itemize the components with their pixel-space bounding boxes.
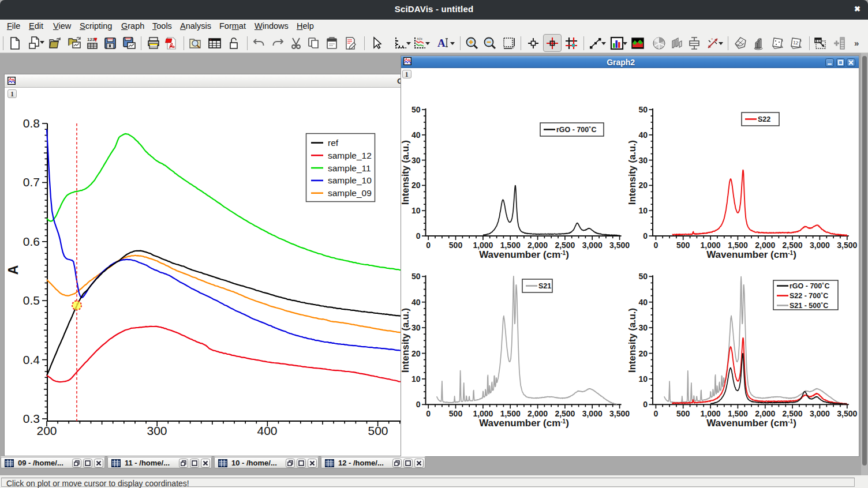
svg-text:sample_09: sample_09	[328, 188, 372, 198]
svg-text:Intensity (a.u.): Intensity (a.u.)	[627, 140, 637, 205]
svg-text:+/=: +/=	[417, 37, 422, 41]
svg-text:40: 40	[411, 298, 421, 307]
svg-text:0: 0	[643, 231, 648, 241]
svg-text:1,500: 1,500	[500, 241, 521, 250]
svg-text:0.3: 0.3	[23, 412, 40, 425]
svg-text:sample_12: sample_12	[328, 151, 372, 160]
svg-text:1,000: 1,000	[701, 409, 721, 418]
svg-text:3,000: 3,000	[582, 241, 603, 250]
svg-text:Intensity (a.u.): Intensity (a.u.)	[627, 308, 637, 373]
svg-text:1,500: 1,500	[728, 409, 748, 418]
svg-text:0: 0	[643, 400, 648, 409]
svg-text:S21 - 500˚C: S21 - 500˚C	[790, 302, 828, 310]
svg-text:Wavenumber (cm-1): Wavenumber (cm-1)	[706, 418, 796, 429]
svg-text:3,500: 3,500	[609, 241, 630, 250]
svg-text:10: 10	[411, 206, 421, 215]
svg-text:S21: S21	[538, 282, 551, 290]
svg-text:12: 12	[792, 40, 799, 46]
svg-text:Wavenumber (cm-1): Wavenumber (cm-1)	[706, 249, 796, 260]
svg-text:ref: ref	[328, 138, 339, 148]
svg-text:500: 500	[368, 424, 388, 437]
svg-text:30: 30	[638, 323, 648, 332]
svg-text:2,000: 2,000	[755, 409, 775, 418]
svg-text:0: 0	[654, 409, 659, 418]
svg-text:2,000: 2,000	[755, 241, 775, 250]
svg-text:2,500: 2,500	[555, 409, 575, 418]
svg-text:2,500: 2,500	[783, 241, 803, 250]
svg-text:S22 - 700˚C: S22 - 700˚C	[790, 292, 828, 300]
svg-text:30: 30	[411, 156, 421, 165]
svg-text:3,500: 3,500	[837, 241, 857, 250]
svg-text:Wavenumber (cm-1): Wavenumber (cm-1)	[479, 249, 569, 260]
svg-text:A: A	[437, 37, 446, 49]
svg-text:0.7: 0.7	[23, 175, 40, 189]
svg-text:400: 400	[257, 424, 277, 437]
svg-text:1,500: 1,500	[500, 409, 521, 418]
svg-text:S22: S22	[758, 115, 770, 123]
svg-text:50: 50	[411, 272, 421, 281]
svg-text:2,000: 2,000	[527, 241, 548, 250]
svg-text:50: 50	[411, 105, 421, 114]
svg-text:rGO - 700˚C: rGO - 700˚C	[556, 126, 596, 134]
svg-text:+: +	[711, 37, 713, 40]
svg-text:3,500: 3,500	[837, 409, 857, 418]
svg-text:200: 200	[36, 424, 57, 437]
svg-text:2,000: 2,000	[527, 409, 548, 418]
svg-text:500: 500	[449, 409, 463, 418]
svg-text:3,000: 3,000	[582, 409, 603, 418]
svg-text:sample_10: sample_10	[328, 175, 372, 185]
svg-text:1,000: 1,000	[473, 241, 493, 250]
svg-text:Intensity (a.u.): Intensity (a.u.)	[401, 140, 410, 205]
svg-text:500: 500	[676, 241, 690, 250]
svg-text:0.5: 0.5	[23, 294, 40, 307]
svg-text:Intensity (a.u.): Intensity (a.u.)	[401, 308, 410, 373]
svg-text:40: 40	[638, 298, 648, 307]
svg-text:40: 40	[638, 130, 648, 140]
svg-text:0.4: 0.4	[23, 353, 40, 366]
svg-text:A: A	[6, 265, 21, 275]
svg-text:3,000: 3,000	[810, 409, 830, 418]
svg-text:Wavenumber (cm-1): Wavenumber (cm-1)	[479, 418, 569, 429]
svg-text:500: 500	[676, 409, 690, 418]
svg-text:0.8: 0.8	[23, 117, 40, 130]
svg-text:10: 10	[638, 374, 648, 384]
svg-text:123: 123	[87, 37, 95, 42]
svg-text:20: 20	[638, 181, 648, 190]
svg-text:3,500: 3,500	[609, 409, 630, 418]
svg-text:0: 0	[416, 400, 421, 409]
svg-text:0: 0	[426, 241, 431, 250]
svg-text:40: 40	[411, 130, 421, 140]
svg-text:50: 50	[638, 105, 648, 114]
svg-text:0: 0	[416, 231, 421, 241]
svg-text:0: 0	[426, 409, 431, 418]
svg-text:10: 10	[411, 374, 421, 384]
svg-text:10: 10	[638, 206, 648, 215]
svg-text:20: 20	[411, 349, 421, 358]
svg-text:1,500: 1,500	[728, 241, 748, 250]
svg-text:0.6: 0.6	[23, 235, 40, 248]
svg-text:300: 300	[147, 424, 167, 437]
svg-text:0: 0	[654, 241, 659, 250]
svg-text:20: 20	[638, 349, 648, 358]
svg-text:1,000: 1,000	[473, 409, 493, 418]
svg-text:rGO - 700˚C: rGO - 700˚C	[790, 282, 829, 290]
svg-text:30: 30	[411, 323, 421, 332]
svg-text:2,500: 2,500	[783, 409, 803, 418]
svg-text:500: 500	[449, 241, 463, 250]
svg-text:30: 30	[638, 156, 648, 165]
svg-text:1,000: 1,000	[701, 241, 721, 250]
svg-text:sample_11: sample_11	[328, 163, 371, 173]
svg-text:3,000: 3,000	[810, 241, 830, 250]
svg-text:20: 20	[411, 181, 421, 190]
svg-text:50: 50	[638, 272, 648, 281]
svg-text:2,500: 2,500	[555, 241, 575, 250]
